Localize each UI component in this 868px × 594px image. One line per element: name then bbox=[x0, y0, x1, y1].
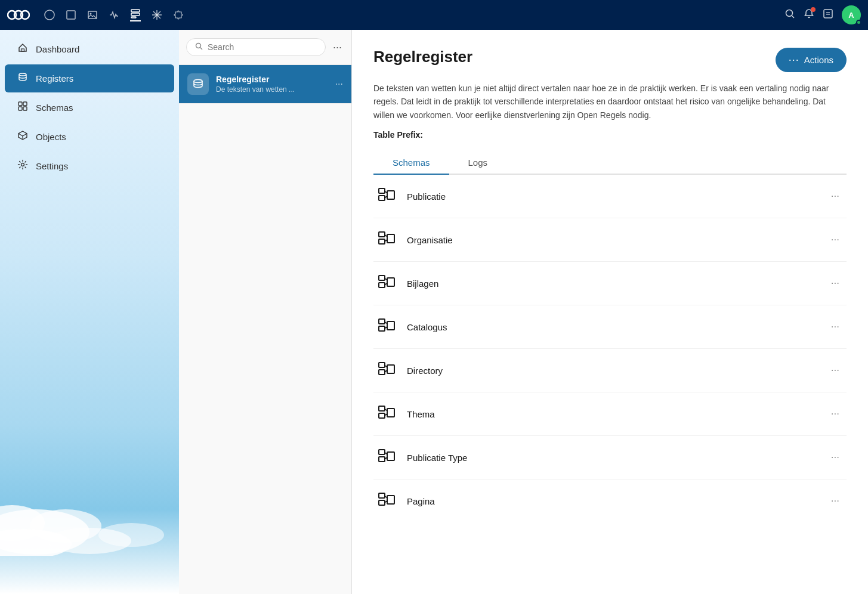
nav-files-icon[interactable] bbox=[66, 10, 76, 20]
notification-badge bbox=[811, 7, 816, 12]
svg-rect-22 bbox=[23, 102, 27, 106]
svg-point-31 bbox=[48, 528, 131, 554]
svg-rect-53 bbox=[387, 321, 394, 330]
schema-item-publicatie-type[interactable]: Publicatie Type ··· bbox=[373, 436, 847, 479]
schema-item-thema[interactable]: Thema ··· bbox=[373, 392, 847, 436]
svg-point-27 bbox=[0, 509, 89, 555]
schema-more-button[interactable]: ··· bbox=[826, 275, 844, 292]
svg-line-34 bbox=[200, 48, 203, 50]
topbar: A bbox=[0, 0, 868, 30]
schema-more-button[interactable]: ··· bbox=[826, 188, 844, 205]
svg-point-33 bbox=[196, 44, 201, 48]
svg-point-32 bbox=[98, 523, 164, 547]
svg-rect-52 bbox=[379, 326, 385, 331]
search-box[interactable] bbox=[186, 38, 326, 56]
svg-rect-42 bbox=[379, 239, 385, 244]
svg-rect-23 bbox=[18, 107, 22, 110]
schema-icon bbox=[376, 403, 397, 425]
tab-logs[interactable]: Logs bbox=[449, 151, 507, 175]
nav-home-icon[interactable] bbox=[44, 10, 55, 20]
contacts-icon[interactable] bbox=[823, 8, 833, 22]
schema-item-pagina[interactable]: Pagina ··· bbox=[373, 479, 847, 522]
svg-rect-61 bbox=[379, 406, 385, 411]
svg-point-20 bbox=[19, 73, 26, 76]
list-item-text: Regelregister De teksten van wetten ... bbox=[216, 75, 328, 94]
svg-rect-71 bbox=[379, 493, 385, 498]
schema-icon bbox=[376, 360, 397, 381]
schema-item-directory[interactable]: Directory ··· bbox=[373, 349, 847, 392]
schema-more-button[interactable]: ··· bbox=[826, 406, 844, 422]
svg-point-14 bbox=[786, 10, 793, 16]
svg-point-26 bbox=[21, 163, 24, 166]
notifications-icon[interactable] bbox=[804, 8, 814, 22]
list-panel: ··· Regelregister De teksten van wetten … bbox=[179, 30, 352, 594]
schema-icon bbox=[376, 273, 397, 294]
nav-photos-icon[interactable] bbox=[87, 10, 98, 20]
schema-icon bbox=[376, 229, 397, 250]
schema-more-button[interactable]: ··· bbox=[826, 449, 844, 466]
svg-point-30 bbox=[0, 529, 72, 556]
dashboard-icon bbox=[17, 42, 29, 56]
schema-name: Directory bbox=[407, 366, 817, 376]
search-icon[interactable] bbox=[784, 8, 795, 22]
svg-rect-41 bbox=[379, 232, 385, 237]
sidebar: Dashboard Registers Schemas bbox=[0, 30, 179, 594]
content-description: De teksten van wetten kun je niet altijd… bbox=[373, 82, 847, 122]
list-item-more-button[interactable]: ··· bbox=[335, 79, 343, 89]
schema-item-bijlagen[interactable]: Bijlagen ··· bbox=[373, 262, 847, 305]
sidebar-item-registers[interactable]: Registers bbox=[5, 64, 174, 92]
actions-ellipsis-icon: ··· bbox=[789, 54, 799, 66]
nav-puzzle-icon[interactable] bbox=[173, 10, 184, 20]
svg-rect-8 bbox=[131, 13, 140, 16]
actions-button[interactable]: ··· Actions bbox=[776, 48, 847, 72]
list-item-icon bbox=[187, 73, 209, 95]
sidebar-item-schemas[interactable]: Schemas bbox=[5, 94, 174, 122]
avatar[interactable]: A bbox=[842, 5, 861, 24]
sidebar-item-dashboard[interactable]: Dashboard bbox=[5, 35, 174, 63]
svg-rect-62 bbox=[379, 413, 385, 418]
svg-rect-66 bbox=[379, 450, 385, 454]
nav-activity-icon[interactable] bbox=[109, 10, 119, 20]
avatar-status-dot bbox=[856, 20, 861, 25]
search-icon bbox=[195, 42, 203, 52]
nav-register-icon[interactable] bbox=[130, 8, 141, 21]
logo[interactable] bbox=[7, 7, 30, 23]
sidebar-item-label: Registers bbox=[36, 73, 73, 83]
list-more-button[interactable]: ··· bbox=[330, 39, 344, 56]
sidebar-item-label: Dashboard bbox=[36, 44, 79, 54]
svg-rect-19 bbox=[21, 49, 24, 51]
svg-rect-68 bbox=[387, 452, 394, 460]
schema-more-button[interactable]: ··· bbox=[826, 318, 844, 335]
schema-item-catalogus[interactable]: Catalogus ··· bbox=[373, 305, 847, 349]
svg-rect-51 bbox=[379, 319, 385, 324]
sidebar-item-objects[interactable]: Objects bbox=[5, 123, 174, 151]
svg-rect-7 bbox=[131, 10, 140, 12]
schema-item-organisatie[interactable]: Organisatie ··· bbox=[373, 218, 847, 262]
schema-more-button[interactable]: ··· bbox=[826, 231, 844, 248]
svg-rect-63 bbox=[387, 409, 394, 417]
svg-rect-24 bbox=[23, 107, 27, 110]
schema-name: Publicatie Type bbox=[407, 453, 817, 463]
svg-rect-38 bbox=[387, 191, 394, 199]
list-item-title: Regelregister bbox=[216, 75, 328, 84]
nav-snowflake-icon[interactable] bbox=[152, 10, 162, 20]
sidebar-item-label: Objects bbox=[36, 132, 66, 142]
schema-more-button[interactable]: ··· bbox=[826, 362, 844, 379]
list-item-regelregister[interactable]: Regelregister De teksten van wetten ... … bbox=[179, 65, 351, 104]
svg-point-3 bbox=[45, 10, 54, 20]
svg-rect-46 bbox=[379, 276, 385, 280]
nav-icons bbox=[44, 8, 775, 21]
sidebar-item-settings[interactable]: Settings bbox=[5, 152, 174, 180]
schema-more-button[interactable]: ··· bbox=[826, 493, 844, 509]
schema-item-publicatie[interactable]: Publicatie ··· bbox=[373, 175, 847, 218]
sidebar-item-label: Schemas bbox=[36, 103, 73, 113]
list-item-subtitle: De teksten van wetten ... bbox=[216, 85, 328, 94]
tab-schemas[interactable]: Schemas bbox=[373, 151, 449, 175]
search-input[interactable] bbox=[208, 42, 317, 52]
svg-rect-36 bbox=[379, 188, 385, 193]
content-panel: Regelregister ··· Actions De teksten van… bbox=[352, 30, 868, 594]
svg-point-29 bbox=[30, 509, 101, 543]
tabs-row: Schemas Logs bbox=[373, 151, 847, 175]
schema-name: Catalogus bbox=[407, 322, 817, 332]
svg-point-6 bbox=[90, 13, 92, 15]
